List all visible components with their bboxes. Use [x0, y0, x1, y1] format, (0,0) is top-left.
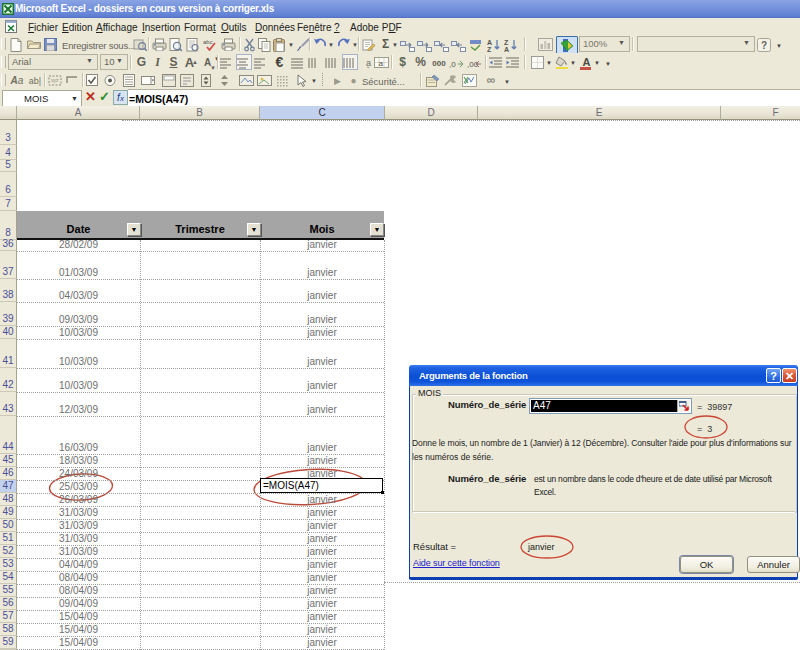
svg-text:abc: abc [203, 39, 213, 45]
svg-text:,0: ,0 [449, 60, 456, 69]
svg-text:?: ? [761, 40, 767, 51]
svg-text:A: A [504, 46, 509, 52]
svg-text:a: a [379, 59, 384, 68]
svg-text:Z: Z [504, 39, 509, 46]
svg-text:A: A [487, 39, 492, 46]
svg-text:xyz: xyz [51, 77, 59, 83]
svg-text:Z: Z [487, 46, 492, 52]
